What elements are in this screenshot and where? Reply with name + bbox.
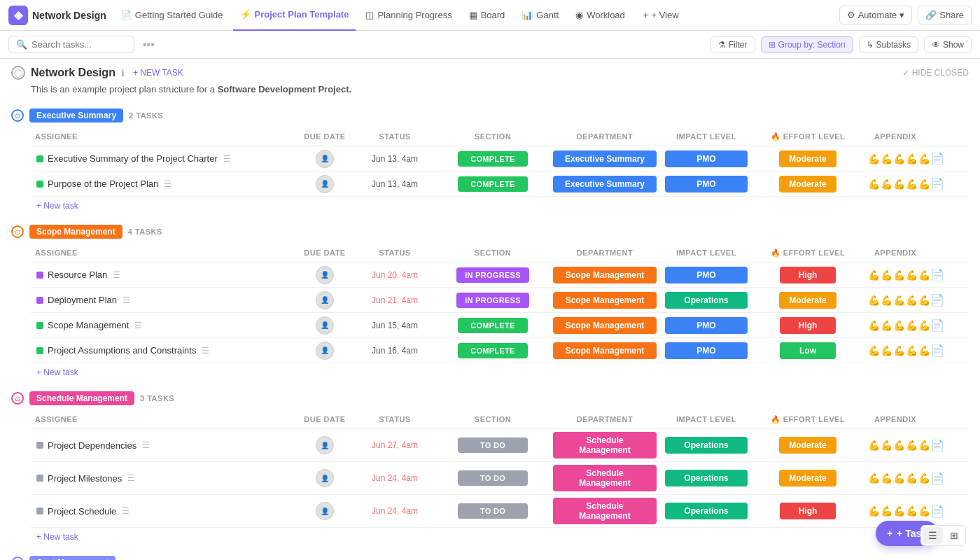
- effort-icon: 💪: [881, 295, 892, 306]
- section-label-cost-management[interactable]: Cost Management: [29, 556, 115, 560]
- task-menu-icon[interactable]: ☰: [113, 270, 120, 280]
- col-header-7: APPENDIX: [864, 131, 927, 143]
- tab-gantt[interactable]: 📊 Gantt: [514, 0, 566, 31]
- section-toggle-cost-management[interactable]: ⊙: [11, 556, 24, 560]
- task-name-cell: Scope Management ☰: [31, 316, 297, 335]
- task-name[interactable]: Purpose of the Project Plan: [48, 178, 158, 189]
- task-menu-icon[interactable]: ☰: [202, 346, 209, 356]
- subtasks-icon: ↳: [867, 40, 874, 50]
- task-assignee[interactable]: 👤: [297, 436, 353, 454]
- appendix-icon[interactable]: 📄: [930, 177, 944, 190]
- col-headers-scope-management: ASSIGNEEDUE DATESTATUSSECTIONDEPARTMENTI…: [31, 244, 969, 262]
- new-task-button[interactable]: + NEW TASK: [133, 68, 183, 78]
- task-assignee[interactable]: 👤: [297, 175, 353, 193]
- tab-project-plan[interactable]: ⚡ Project Plan Template: [233, 0, 356, 31]
- task-assignee[interactable]: 👤: [297, 502, 353, 520]
- col-header-5: IMPACT LEVEL: [661, 247, 752, 259]
- section-label-scope-management[interactable]: Scope Management: [29, 225, 122, 239]
- section-label-executive-summary[interactable]: Executive Summary: [29, 108, 123, 122]
- status-badge: TO DO: [458, 438, 528, 453]
- list-view-button[interactable]: ☰: [923, 527, 943, 544]
- tab-planning-progress[interactable]: ◫ Planning Progress: [358, 0, 458, 31]
- appendix-icon[interactable]: 📄: [930, 268, 944, 281]
- task-color-dot: [36, 322, 43, 329]
- task-assignee[interactable]: 👤: [297, 342, 353, 360]
- section-badge: Executive Summary: [553, 176, 657, 192]
- task-menu-icon[interactable]: ☰: [122, 295, 130, 305]
- effort-cell: 💪💪💪💪💪: [864, 176, 927, 192]
- search-box[interactable]: 🔍: [8, 36, 134, 53]
- task-name[interactable]: Project Milestones: [48, 473, 122, 484]
- avatar: 👤: [316, 469, 334, 487]
- dept-cell: Operations: [661, 289, 752, 312]
- task-name[interactable]: Executive Summary of the Project Charter: [48, 153, 218, 164]
- status-cell: IN PROGRESS: [437, 290, 549, 311]
- task-name[interactable]: Deployment Plan: [48, 295, 117, 305]
- table-row: Project Schedule ☰ 👤 Jun 24, 4am TO DO S…: [31, 495, 969, 528]
- new-task-row-executive-summary[interactable]: + New task: [31, 197, 969, 215]
- task-name[interactable]: Project Schedule: [48, 506, 116, 517]
- task-assignee[interactable]: 👤: [297, 291, 353, 309]
- show-icon: 👁: [932, 40, 940, 50]
- task-menu-icon[interactable]: ☰: [122, 506, 130, 516]
- section-cell: Scope Management: [549, 264, 661, 286]
- task-name[interactable]: Project Assumptions and Constraints: [48, 345, 196, 356]
- share-button[interactable]: 🔗 Share: [918, 6, 972, 24]
- task-name[interactable]: Resource Plan: [48, 270, 107, 280]
- impact-cell: High: [752, 264, 864, 286]
- appendix-icon[interactable]: 📄: [930, 472, 944, 485]
- automate-button[interactable]: ⚙ Automate ▾: [839, 6, 913, 24]
- appendix-icon[interactable]: 📄: [930, 318, 944, 332]
- section-toggle-executive-summary[interactable]: ⊙: [11, 109, 24, 122]
- appendix-icon[interactable]: 📄: [930, 505, 944, 518]
- task-menu-icon[interactable]: ☰: [164, 179, 172, 189]
- dept-cell: PMO: [661, 340, 752, 362]
- effort-icon: 💪: [881, 178, 892, 190]
- task-assignee[interactable]: 👤: [297, 469, 353, 487]
- new-task-row-schedule-management[interactable]: + New task: [31, 528, 969, 546]
- appendix-icon[interactable]: 📄: [930, 152, 944, 165]
- section-label-schedule-management[interactable]: Schedule Management: [29, 391, 134, 405]
- task-assignee[interactable]: 👤: [297, 316, 353, 335]
- tab-workload[interactable]: ◉ Workload: [568, 0, 632, 31]
- project-toggle[interactable]: ◯: [11, 66, 25, 80]
- appendix-cell: 📄: [927, 149, 948, 168]
- appendix-icon[interactable]: 📄: [930, 439, 944, 452]
- show-button[interactable]: 👁 Show: [924, 36, 972, 53]
- col-header-2: STATUS: [353, 247, 437, 259]
- grid-view-button[interactable]: ⊞: [944, 527, 964, 544]
- effort-cell: 💪💪💪💪💪: [864, 292, 927, 309]
- effort-icon: 💪: [906, 440, 918, 451]
- section-toggle-scope-management[interactable]: ⊙: [11, 225, 24, 238]
- info-icon[interactable]: ℹ: [121, 68, 125, 78]
- task-name[interactable]: Project Dependencies: [48, 440, 136, 451]
- impact-cell: Moderate: [752, 289, 864, 312]
- effort-icon: 💪: [893, 345, 905, 356]
- task-menu-icon[interactable]: ☰: [142, 440, 150, 450]
- task-menu-icon[interactable]: ☰: [127, 473, 135, 483]
- search-input[interactable]: [31, 39, 115, 50]
- toolbar-dots[interactable]: •••: [143, 38, 155, 51]
- task-menu-icon[interactable]: ☰: [134, 321, 142, 330]
- tab-getting-started[interactable]: 📄 Getting Started Guide: [113, 0, 230, 31]
- appendix-icon[interactable]: 📄: [930, 293, 944, 307]
- group-by-button[interactable]: ⊞ Group by: Section: [761, 36, 853, 53]
- task-assignee[interactable]: 👤: [297, 266, 353, 284]
- appendix-icon[interactable]: 📄: [930, 344, 944, 357]
- section-toggle-schedule-management[interactable]: ⊙: [11, 392, 24, 405]
- add-view-button[interactable]: + + View: [638, 6, 685, 24]
- impact-cell: High: [752, 314, 864, 337]
- new-task-row-scope-management[interactable]: + New task: [31, 363, 969, 382]
- avatar: 👤: [316, 436, 334, 454]
- section-cell: Scope Management: [549, 289, 661, 312]
- task-assignee[interactable]: 👤: [297, 150, 353, 168]
- task-color-dot: [36, 272, 43, 279]
- task-menu-icon[interactable]: ☰: [223, 154, 231, 164]
- task-name[interactable]: Scope Management: [48, 320, 129, 330]
- filter-button[interactable]: ⚗ Filter: [710, 36, 755, 53]
- subtasks-button[interactable]: ↳ Subtasks: [859, 36, 918, 53]
- col-header-8: [927, 247, 948, 259]
- col-header-6: 🔥 EFFORT LEVEL: [752, 414, 864, 426]
- tab-board[interactable]: ▦ Board: [462, 0, 512, 31]
- hide-closed-button[interactable]: ✓ HIDE CLOSED: [902, 68, 969, 78]
